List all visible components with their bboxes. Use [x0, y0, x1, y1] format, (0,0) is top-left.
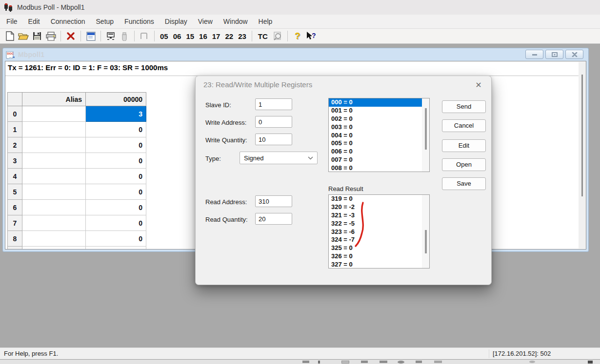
- grid-row-number[interactable]: 2: [8, 137, 22, 153]
- grid-value-cell[interactable]: 0: [86, 137, 146, 153]
- grid-alias-cell[interactable]: [22, 231, 86, 247]
- menu-connection[interactable]: Connection: [45, 15, 91, 28]
- write-list-item[interactable]: 003 = 0: [329, 123, 429, 132]
- scrollbar-thumb[interactable]: [425, 108, 427, 150]
- menu-window[interactable]: Window: [218, 15, 253, 28]
- menu-help[interactable]: Help: [253, 15, 278, 28]
- grid-alias-cell[interactable]: [22, 200, 86, 215]
- menu-file[interactable]: File: [1, 15, 23, 28]
- communication-traffic-icon[interactable]: [271, 30, 284, 42]
- grid-row-number[interactable]: 1: [8, 122, 22, 137]
- slave-id-input[interactable]: [255, 98, 292, 110]
- grid-row-number[interactable]: 0: [8, 106, 22, 122]
- grid-value-cell[interactable]: 0: [86, 153, 146, 169]
- write-address-input[interactable]: [255, 116, 292, 128]
- scrollbar-thumb[interactable]: [425, 230, 427, 253]
- grid-alias-cell[interactable]: [22, 122, 86, 137]
- function-16-button[interactable]: 16: [197, 32, 210, 40]
- grid-row-number[interactable]: 5: [8, 184, 22, 200]
- print-icon[interactable]: [44, 30, 58, 42]
- read-list-scrollbar[interactable]: [422, 195, 429, 268]
- edit-button[interactable]: Edit: [442, 139, 486, 152]
- read-list-item[interactable]: 319 = 0: [329, 195, 429, 203]
- grid-row-number[interactable]: 3: [8, 153, 22, 169]
- grid-value-cell[interactable]: 0: [86, 200, 146, 215]
- read-quantity-input[interactable]: [255, 213, 292, 225]
- context-help-icon[interactable]: ?: [304, 30, 318, 42]
- new-file-icon[interactable]: [3, 30, 17, 42]
- grid-row-number[interactable]: 4: [8, 169, 22, 184]
- read-list-item[interactable]: 326 = 0: [329, 252, 429, 261]
- function-06-button[interactable]: 06: [171, 32, 184, 40]
- test-center-button[interactable]: TC: [255, 32, 271, 40]
- grid-address-header[interactable]: 00000: [86, 93, 146, 106]
- connect-icon[interactable]: [104, 30, 118, 42]
- write-list-item[interactable]: 001 = 0: [329, 107, 429, 115]
- grid-alias-cell[interactable]: [22, 215, 86, 231]
- write-list-item[interactable]: 008 = 0: [329, 164, 429, 172]
- dialog-close-icon[interactable]: ✕: [471, 78, 486, 91]
- grid-alias-cell[interactable]: [22, 169, 86, 184]
- child-close-button[interactable]: [565, 50, 583, 59]
- write-list-item[interactable]: 004 = 0: [329, 132, 429, 140]
- save-button[interactable]: Save: [442, 177, 486, 190]
- type-combobox[interactable]: Signed: [240, 152, 318, 164]
- write-values-listbox[interactable]: 000 = 0 001 = 0 002 = 0 003 = 0 004 = 0 …: [328, 98, 430, 172]
- grid-alias-cell[interactable]: [22, 137, 86, 153]
- write-list-item-selected[interactable]: 000 = 0: [329, 98, 429, 107]
- grid-value-cell-selected[interactable]: 3: [86, 106, 146, 122]
- grid-alias-cell[interactable]: [22, 184, 86, 200]
- read-list-item[interactable]: 324 = -7: [329, 236, 429, 244]
- read-list-item[interactable]: 325 = 0: [329, 244, 429, 252]
- grid-value-cell[interactable]: 0: [86, 122, 146, 137]
- write-list-item[interactable]: 006 = 0: [329, 148, 429, 156]
- help-icon[interactable]: ?: [291, 30, 304, 42]
- menu-setup[interactable]: Setup: [91, 15, 120, 28]
- read-list-item[interactable]: 322 = -5: [329, 220, 429, 228]
- child-maximize-button[interactable]: [545, 50, 563, 59]
- read-result-listbox[interactable]: 319 = 0 320 = -2 321 = -3 322 = -5 323 =…: [328, 194, 430, 268]
- write-list-item[interactable]: 002 = 0: [329, 115, 429, 123]
- grid-row-number[interactable]: 7: [8, 215, 22, 231]
- grid-alias-cell[interactable]: [22, 106, 86, 122]
- read-list-item[interactable]: 323 = -6: [329, 228, 429, 236]
- function-05-button[interactable]: 05: [158, 32, 171, 40]
- send-button[interactable]: Send: [442, 100, 486, 113]
- grid-alias-header[interactable]: Alias: [22, 93, 86, 106]
- menu-display[interactable]: Display: [160, 15, 193, 28]
- grid-value-cell[interactable]: 0: [86, 215, 146, 231]
- display-setup-icon[interactable]: [84, 30, 98, 42]
- function-23-button[interactable]: 23: [236, 32, 249, 40]
- write-list-item[interactable]: 007 = 0: [329, 156, 429, 164]
- read-list-item[interactable]: 321 = -3: [329, 211, 429, 220]
- grid-value-cell[interactable]: 0: [86, 184, 146, 200]
- write-quantity-input[interactable]: [255, 134, 292, 145]
- menu-view[interactable]: View: [193, 15, 218, 28]
- function-15-button[interactable]: 15: [183, 32, 197, 40]
- read-address-input[interactable]: [255, 195, 292, 207]
- read-list-item[interactable]: 320 = -2: [329, 203, 429, 211]
- disconnect-icon[interactable]: [118, 30, 131, 42]
- grid-row-number[interactable]: 8: [8, 231, 22, 247]
- cancel-button[interactable]: Cancel: [442, 119, 486, 132]
- function-17-button[interactable]: 17: [210, 32, 223, 40]
- grid-corner-header[interactable]: [8, 93, 22, 106]
- single-poll-icon[interactable]: [138, 30, 151, 42]
- function-22-button[interactable]: 22: [222, 32, 236, 40]
- delete-icon[interactable]: [64, 30, 78, 42]
- grid-alias-cell[interactable]: [22, 153, 86, 169]
- menu-edit[interactable]: Edit: [23, 15, 45, 28]
- save-file-icon[interactable]: [30, 30, 44, 42]
- open-button[interactable]: Open: [442, 158, 486, 171]
- grid-value-cell[interactable]: 0: [86, 231, 146, 247]
- child-minimize-button[interactable]: [525, 50, 543, 59]
- write-list-item[interactable]: 005 = 0: [329, 139, 429, 148]
- open-file-icon[interactable]: [17, 30, 30, 42]
- read-list-item[interactable]: 327 = 0: [329, 261, 429, 268]
- grid-vertical-scrollbar[interactable]: [579, 62, 586, 249]
- scrollbar-thumb[interactable]: [581, 75, 583, 196]
- grid-value-cell[interactable]: 0: [86, 169, 146, 184]
- grid-row-number[interactable]: 6: [8, 200, 22, 215]
- menu-functions[interactable]: Functions: [119, 15, 160, 28]
- write-list-scrollbar[interactable]: [422, 98, 429, 172]
